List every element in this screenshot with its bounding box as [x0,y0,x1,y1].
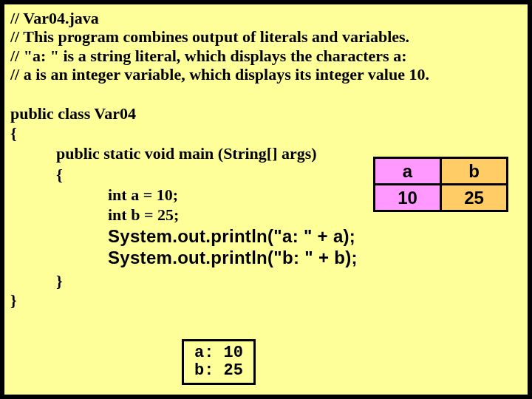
comment-block: // Var04.java // This program combines o… [4,4,528,83]
table-header-b: b [441,158,508,185]
println-b: System.out.println("b: " + b); [108,248,522,269]
output-line: b: 25 [194,361,243,380]
comment-line: // "a: " is a string literal, which disp… [10,47,522,65]
main-close-brace: } [4,269,528,291]
class-declaration: public class Var04 { [4,83,528,143]
println-a: System.out.println("a: " + a); [108,226,522,248]
open-brace: { [10,124,522,143]
comment-line: // Var04.java [10,9,522,27]
table-value-a: 10 [375,185,441,211]
comment-line: // This program combines output of liter… [10,27,522,46]
table-value-b: 25 [441,185,508,211]
output-box: a: 10 b: 25 [182,339,256,385]
code-slide: // Var04.java // This program combines o… [3,3,529,396]
comment-line: // a is an integer variable, which displ… [10,65,522,83]
print-statements: System.out.println("a: " + a); System.ou… [4,225,528,269]
class-line: public class Var04 [10,104,522,123]
output-line: a: 10 [194,344,243,362]
variable-table: a b 10 25 [373,157,508,212]
table-header-a: a [375,158,441,185]
class-close-brace: } [4,291,528,310]
